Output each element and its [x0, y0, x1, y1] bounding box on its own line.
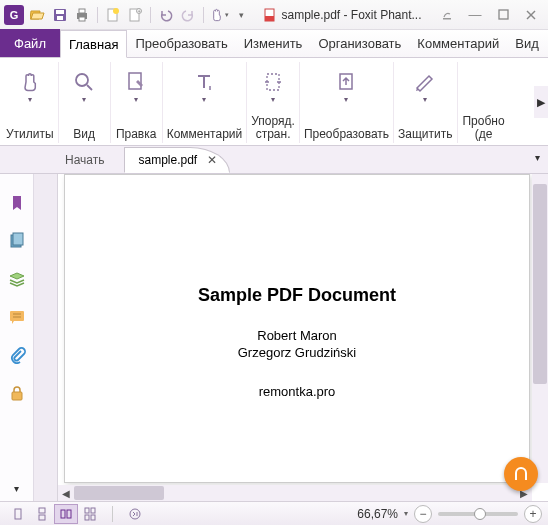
tab-home[interactable]: Главная: [60, 30, 127, 58]
hand-tool-icon[interactable]: ▾: [209, 5, 229, 25]
group-label: Пробно (де: [462, 115, 504, 141]
zoom-slider[interactable]: [438, 512, 518, 516]
scroll-left-icon[interactable]: ◀: [58, 488, 74, 499]
edit-page-icon[interactable]: ▾: [120, 64, 152, 100]
zoom-in-button[interactable]: +: [524, 505, 542, 523]
svg-rect-19: [129, 73, 141, 89]
qat-dropdown-icon[interactable]: ▾: [231, 5, 251, 25]
panel-expand-icon[interactable]: ▾: [14, 481, 19, 501]
open-icon[interactable]: [28, 5, 48, 25]
svg-point-7: [113, 8, 119, 14]
save-icon[interactable]: [50, 5, 70, 25]
svg-rect-35: [67, 510, 71, 518]
bookmarks-icon[interactable]: [2, 184, 32, 222]
text-tool-icon[interactable]: ▾: [188, 64, 220, 100]
group-utilities[interactable]: ▾ Утилиты: [2, 62, 59, 143]
close-tab-icon[interactable]: ✕: [207, 153, 217, 167]
reflow-icon[interactable]: [123, 504, 147, 524]
hand-icon[interactable]: ▾: [14, 64, 46, 100]
view-continuous-icon[interactable]: [30, 504, 54, 524]
doc-tab-start[interactable]: Начать: [50, 147, 132, 173]
group-label: Комментарий: [167, 128, 243, 141]
document-viewport[interactable]: Sample PDF Document Robert Maron Grzegor…: [58, 174, 548, 501]
gutter: [34, 174, 58, 501]
file-tab[interactable]: Файл: [0, 29, 60, 57]
ribbon-tabs: Файл Главная Преобразовать Изменить Орга…: [0, 30, 548, 58]
group-convert[interactable]: ▾ Преобразовать: [300, 62, 394, 143]
svg-rect-31: [15, 509, 21, 519]
title-bar: G ✳ ▾ ▾ sample.pdf - Foxit Phant... —: [0, 0, 548, 30]
ribbon: ▾ Утилиты ▾ Вид ▾ Правка ▾ Комментарий ▾…: [0, 58, 548, 146]
tab-view[interactable]: Вид: [507, 29, 547, 57]
group-label: Правка: [116, 128, 157, 141]
svg-text:✳: ✳: [137, 8, 141, 14]
new-blank-icon[interactable]: ✳: [125, 5, 145, 25]
pages-panel-icon[interactable]: [2, 222, 32, 260]
close-button[interactable]: [518, 5, 544, 25]
svg-rect-39: [91, 515, 95, 520]
svg-rect-33: [39, 515, 45, 520]
doc-tab-sample[interactable]: sample.pdf✕: [124, 147, 231, 173]
svg-rect-12: [265, 16, 274, 21]
svg-line-18: [87, 85, 92, 90]
ribbon-scroll-right[interactable]: ▶: [534, 86, 548, 118]
vertical-scrollbar[interactable]: [532, 174, 548, 483]
horizontal-scrollbar[interactable]: ◀ ▶: [58, 485, 532, 501]
view-mode-buttons: [6, 504, 102, 524]
group-trial[interactable]: Пробно (де: [458, 62, 510, 143]
zoom-slider-thumb[interactable]: [474, 508, 486, 520]
page-site: remontka.pro: [259, 384, 336, 399]
view-facing-icon[interactable]: [54, 504, 78, 524]
tab-organize[interactable]: Организовать: [310, 29, 409, 57]
protect-icon[interactable]: ▾: [409, 64, 441, 100]
svg-rect-5: [79, 17, 85, 21]
group-protect[interactable]: ▾ Защитить: [394, 62, 457, 143]
comments-panel-icon[interactable]: [2, 298, 32, 336]
support-badge-icon[interactable]: [504, 457, 538, 491]
navigation-panel: ▾: [0, 174, 34, 501]
view-single-icon[interactable]: [6, 504, 30, 524]
maximize-button[interactable]: [490, 5, 516, 25]
scroll-thumb[interactable]: [533, 184, 547, 384]
page-title: Sample PDF Document: [198, 285, 396, 306]
doc-tabs-dropdown-icon[interactable]: ▾: [535, 152, 540, 163]
undo-icon[interactable]: [156, 5, 176, 25]
attachments-icon[interactable]: [2, 336, 32, 374]
pdf-page: Sample PDF Document Robert Maron Grzegor…: [64, 174, 530, 483]
layers-icon[interactable]: [2, 260, 32, 298]
view-cont-facing-icon[interactable]: [78, 504, 102, 524]
tab-comment[interactable]: Комментарий: [409, 29, 507, 57]
scroll-thumb[interactable]: [74, 486, 164, 500]
group-label: Упоряд. стран.: [251, 115, 295, 141]
scroll-track[interactable]: [74, 486, 516, 500]
separator: [203, 7, 204, 23]
app-icon: G: [4, 5, 24, 25]
svg-rect-14: [499, 10, 508, 19]
svg-point-17: [76, 74, 88, 86]
window-controls: —: [434, 5, 544, 25]
security-panel-icon[interactable]: [2, 374, 32, 412]
group-comment[interactable]: ▾ Комментарий: [163, 62, 248, 143]
convert-icon[interactable]: ▾: [330, 64, 362, 100]
redo-icon[interactable]: [178, 5, 198, 25]
pages-icon[interactable]: ▾: [257, 64, 289, 100]
svg-rect-37: [91, 508, 95, 513]
minimize-button[interactable]: —: [462, 5, 488, 25]
svg-rect-2: [57, 16, 63, 20]
help-icon[interactable]: [434, 5, 460, 25]
quick-access-toolbar: ✳ ▾ ▾: [28, 5, 251, 25]
magnifier-icon[interactable]: ▾: [68, 64, 100, 100]
page-author: Robert Maron: [257, 328, 336, 345]
zoom-out-button[interactable]: −: [414, 505, 432, 523]
zoom-dropdown-icon[interactable]: ▾: [404, 509, 408, 518]
group-pages[interactable]: ▾ Упоряд. стран.: [247, 62, 300, 143]
new-doc-icon[interactable]: [103, 5, 123, 25]
tab-edit[interactable]: Изменить: [236, 29, 311, 57]
print-icon[interactable]: [72, 5, 92, 25]
group-view[interactable]: ▾ Вид: [59, 62, 111, 143]
group-edit[interactable]: ▾ Правка: [111, 62, 163, 143]
group-label: Вид: [73, 128, 95, 141]
svg-rect-36: [85, 508, 89, 513]
trial-icon[interactable]: [468, 64, 500, 100]
tab-convert[interactable]: Преобразовать: [127, 29, 235, 57]
